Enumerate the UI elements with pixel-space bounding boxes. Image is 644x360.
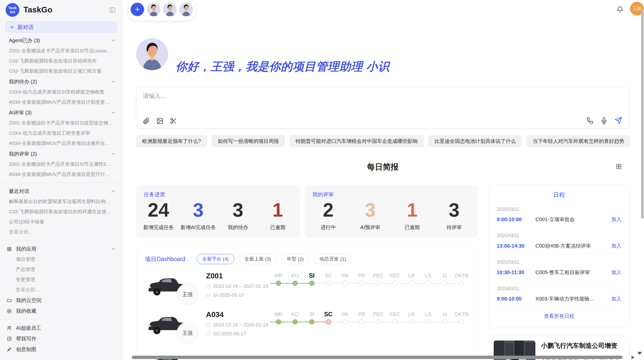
new-session-button[interactable]: [130, 3, 144, 16]
sidebar-item[interactable]: Z001-全新燃油轻卡产品开发项目SI造型提交物评审: [0, 118, 122, 128]
sidebar-item-创意制图[interactable]: 创意制图: [0, 344, 122, 355]
stat-label: 已逾期: [391, 224, 433, 231]
suggestion-chip[interactable]: 比亚迪全固态电池计划具体说了什么: [428, 135, 522, 147]
owner-name: 王强: [182, 330, 193, 337]
briefing-layout-icon[interactable]: [615, 163, 622, 170]
suggestion-chip[interactable]: 特朗普可能对进口汽车增税会对中国车企造成哪些影响: [289, 135, 424, 147]
sidebar-item[interactable]: C0X4-动力总成开发项目工程变更评审: [0, 128, 122, 138]
view-all-link[interactable]: 查看全部...: [0, 227, 122, 237]
view-all-schedule-link[interactable]: 查看所有日程: [496, 313, 622, 320]
scissors-icon[interactable]: [170, 117, 177, 124]
schedule-title-text: C005-整车工程目标评审: [535, 269, 608, 276]
sidebar-app-item[interactable]: 变更管理: [0, 275, 122, 285]
dashboard-tab[interactable]: 全新平台 (4): [197, 254, 235, 264]
milestone-segment: [370, 283, 376, 284]
sidebar-item[interactable]: C02-飞腾新能源轻客改款项目立项汇报方案: [0, 66, 122, 76]
milestone-dot: [459, 319, 464, 324]
sidebar-item[interactable]: Z001-全新燃油轻卡产品开发项目SI节点属性5D文件评审: [0, 159, 122, 169]
suggestion-chip[interactable]: 如何写一份清晰的项目周报: [212, 135, 285, 147]
milestone-dot-row: [403, 280, 420, 287]
sidebar-item[interactable]: A034-全新新能源MUV产品开发项目造型可行性评审: [0, 169, 122, 179]
grid-icon: [7, 246, 12, 252]
send-icon[interactable]: [614, 117, 622, 124]
project-row[interactable]: 王强A0342023-12-19 ~ 2026-01-19SC-2025-05-…: [136, 304, 477, 343]
milestone-segment: [297, 283, 303, 284]
schedule-item: 2025/03/1110:30-11:30C005-整车工程目标评审加入: [496, 254, 622, 281]
sidebar-item[interactable]: Z001-全新燃油皮卡产品开发项目SI节点Lesson Learn报告: [0, 46, 122, 56]
stat-label: 进行中: [307, 224, 349, 231]
sidebar-section-header[interactable]: 最近对话: [0, 186, 122, 197]
milestone-label: J1: [436, 310, 453, 319]
milestone-step: KO: [287, 272, 303, 287]
milestone-segment: [331, 283, 337, 284]
member-avatar[interactable]: [179, 3, 193, 16]
vertical-scrollbar-thumb[interactable]: [641, 9, 643, 219]
sidebar-item-我的云空间[interactable]: 我的云空间: [0, 295, 122, 306]
join-link[interactable]: 加入: [611, 269, 621, 276]
sidebar-item[interactable]: C02-飞腾新能源轻客改款项目里程碑画布: [0, 56, 122, 66]
milestone-label: SI: [303, 272, 320, 280]
stat-value: 3: [433, 200, 475, 220]
join-link[interactable]: 加入: [611, 295, 621, 302]
image-icon[interactable]: [156, 117, 163, 124]
schedule-item: 2025/03/119:00-10:00C001-立项审批会加入: [496, 201, 622, 228]
attach-icon[interactable]: [143, 117, 150, 124]
sidebar-item[interactable]: A034-全新新能源MUV产品开发项目计划变更表编写: [0, 97, 122, 107]
milestone-dot-row: [270, 319, 287, 325]
milestone-dot-row: [337, 280, 353, 287]
milestone-segment: [436, 322, 443, 322]
new-chat-button[interactable]: 新对话: [6, 22, 117, 33]
sidebar-section-header[interactable]: Agent已办 (3): [0, 35, 122, 46]
milestone-step: PR: [353, 272, 370, 287]
milestone-segment: [431, 322, 437, 322]
milestone-segment: [420, 283, 426, 284]
phone-icon[interactable]: [587, 117, 593, 124]
sidebar-item[interactable]: C02-飞腾新能源轻客改款项目的闭环通告反馈情况: [0, 207, 122, 217]
owner-badge: 王强: [177, 322, 198, 344]
milestone-step: PR: [353, 310, 370, 325]
sidebar-item[interactable]: A034-全新新能源MUV产品开发项目法规符合性评审: [0, 138, 122, 148]
join-link[interactable]: 加入: [611, 216, 621, 223]
dashboard-tab[interactable]: 年型 (2): [281, 254, 310, 264]
suggestion-chip[interactable]: 欧洲新规最近颁布了什么?: [136, 135, 207, 147]
sidebar-item[interactable]: C0X4-动力总成开发项目SI里程碑提交物检查: [0, 87, 122, 97]
sidebar-section-header[interactable]: 我的评审 (2): [0, 148, 122, 159]
sidebar-section-header[interactable]: 我的待办 (2): [0, 76, 122, 87]
sidebar-app-item[interactable]: 项目管理: [0, 254, 122, 264]
plus-icon: [9, 25, 14, 30]
sidebar-app-item[interactable]: 产品管理: [0, 264, 122, 275]
milestone-dot-row: [370, 319, 387, 325]
composer: [136, 87, 630, 129]
schedule-line: 10:30-11:30C005-整车工程目标评审加入: [497, 269, 621, 276]
project-row[interactable]: 王强Z0012023-12-19 ~ 2027-01-19SI-2025-05-…: [136, 266, 477, 304]
schedule-card: 日程 2025/03/119:00-10:00C001-立项审批会加入2025/…: [488, 184, 630, 328]
mic-icon[interactable]: [601, 117, 607, 124]
milestone-dot: [409, 281, 414, 286]
dashboard-tab[interactable]: 动总开发 (1): [314, 254, 352, 264]
sidebar-item[interactable]: 公司Q3轻卡销量: [0, 217, 122, 227]
milestone-segment: [347, 322, 353, 322]
message-input[interactable]: [142, 92, 623, 100]
scroll-down-arrow-icon[interactable]: [637, 352, 642, 355]
sidebar-item-帮我写作[interactable]: 帮我写作: [0, 333, 122, 344]
join-link[interactable]: 加入: [611, 243, 621, 249]
sidebar-section-header[interactable]: AI评审 (3): [0, 107, 122, 118]
member-avatar[interactable]: [147, 3, 160, 16]
milestone-dot: [309, 281, 314, 286]
member-avatar[interactable]: [163, 3, 177, 16]
sidebar-item-我的收藏[interactable]: 我的收藏: [0, 306, 122, 316]
milestone-dot: [326, 281, 331, 286]
bell-icon[interactable]: [616, 6, 624, 13]
horizontal-scrollbar-thumb[interactable]: [132, 356, 622, 359]
sidebar-section-header[interactable]: 我的应用: [0, 244, 122, 254]
sidebar-item-AI超级员工[interactable]: AI超级员工: [0, 323, 122, 333]
milestone-segment: [337, 322, 343, 322]
milestone-dot: [276, 319, 281, 324]
view-all-link[interactable]: 查看全部...: [0, 285, 122, 295]
suggestion-chip[interactable]: 当下年轻人对汽车外观有怎样的喜好趋势: [526, 135, 630, 147]
milestone-dot-row: [420, 319, 436, 325]
sidebar-collapse-icon[interactable]: [109, 7, 116, 13]
sidebar-item[interactable]: 解释最新出台的欧盟报废车法规再生塑料比例被调至15%...: [0, 197, 122, 207]
dashboard-tab[interactable]: 全新上装 (3): [239, 254, 277, 264]
scroll-right-arrow-icon[interactable]: [632, 356, 634, 359]
